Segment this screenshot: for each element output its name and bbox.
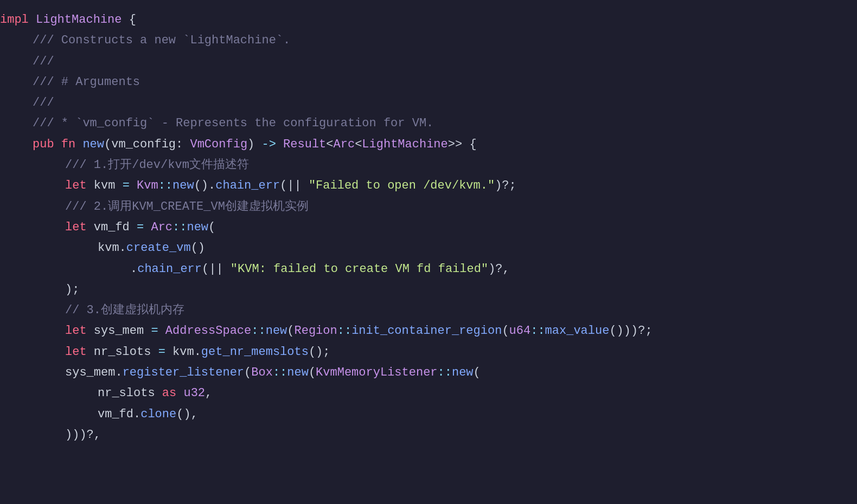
code-line: )))?, [0, 425, 857, 445]
code-token: , [205, 384, 212, 403]
code-token: = [123, 176, 130, 196]
code-line: /// 2.调用KVM_CREATE_VM创建虚拟机实例 [0, 197, 857, 217]
code-token: /// [33, 93, 54, 113]
code-token: (). [194, 176, 216, 196]
code-token: ( [287, 321, 294, 341]
code-token: u64 [509, 321, 531, 341]
code-line: /// Constructs a new `LightMachine`. [0, 30, 857, 51]
code-token: KvmMemoryListener [316, 363, 437, 383]
code-token: = [151, 321, 158, 341]
code-token: get_nr_memslots [201, 343, 309, 362]
code-token: -> [262, 135, 276, 154]
code-editor: impl LightMachine {/// Constructs a new … [0, 0, 857, 504]
code-token: chain_err [137, 260, 202, 279]
code-token: (|| [202, 260, 231, 279]
code-line: impl LightMachine { [0, 10, 857, 30]
code-token [176, 384, 183, 403]
code-token: ( [208, 218, 215, 237]
code-token: )))?, [65, 425, 101, 445]
code-token [158, 321, 165, 341]
code-token: ( [474, 363, 481, 383]
code-token: max_value [545, 321, 610, 341]
code-token [276, 135, 283, 154]
code-token: kvm. [165, 343, 201, 362]
code-line: /// [0, 93, 857, 113]
code-token: new [82, 135, 104, 154]
code-token: /// * `vm_config` - Represents the confi… [33, 114, 433, 133]
code-token: ( [309, 363, 316, 383]
code-token: fn [61, 135, 75, 154]
code-token: as [162, 384, 176, 403]
code-token: impl [0, 10, 29, 30]
code-token: :: [172, 218, 187, 237]
code-token: < [326, 135, 333, 154]
code-token: . [130, 260, 137, 279]
code-token: Arc [151, 218, 172, 237]
code-line: nr_slots as u32, [0, 383, 857, 404]
code-token: Arc [334, 135, 355, 154]
code-token: clone [140, 405, 176, 424]
code-token: )?, [488, 260, 510, 279]
code-token: "KVM: failed to create VM fd failed" [231, 260, 488, 279]
code-line: let vm_fd = Arc::new( [0, 217, 857, 238]
code-line: pub fn new(vm_config: VmConfig) -> Resul… [0, 134, 857, 155]
code-token: < [355, 135, 362, 154]
code-token: nr_slots [98, 384, 162, 403]
code-token: pub [33, 135, 54, 154]
code-token: nr_slots [87, 343, 158, 362]
code-token: let [65, 176, 87, 196]
code-token: : [176, 135, 190, 154]
code-token: Box [251, 363, 273, 383]
code-token: ); [65, 280, 79, 300]
code-line: /// # Arguments [0, 72, 857, 93]
code-token: Result [283, 135, 326, 154]
code-token: () [191, 238, 205, 258]
code-token [29, 10, 36, 30]
code-token: new [172, 176, 194, 196]
code-line: ); [0, 280, 857, 300]
code-token: kvm [87, 176, 123, 196]
code-line: vm_fd.clone(), [0, 404, 857, 425]
code-line: // 3.创建虚拟机内存 [0, 300, 857, 321]
code-token: let [65, 343, 87, 362]
code-line: /// 1.打开/dev/kvm文件描述符 [0, 155, 857, 176]
code-token [54, 135, 61, 154]
code-line: sys_mem.register_listener(Box::new(KvmMe… [0, 363, 857, 383]
code-token: (|| [280, 176, 309, 196]
code-token: ( [244, 363, 251, 383]
code-token: u32 [183, 384, 205, 403]
code-token: :: [530, 321, 545, 341]
code-token: AddressSpace [165, 321, 251, 341]
code-line: let kvm = Kvm::new().chain_err(|| "Faile… [0, 176, 857, 196]
code-token: new [187, 218, 208, 237]
code-token [130, 176, 137, 196]
code-token: :: [251, 321, 265, 341]
code-token: )?; [495, 176, 516, 196]
code-token [75, 135, 82, 154]
code-token: /// # Arguments [33, 73, 140, 92]
code-token: create_vm [126, 238, 191, 258]
code-token: /// Constructs a new `LightMachine`. [33, 31, 290, 50]
code-token: vm_config [111, 135, 176, 154]
code-token: (), [176, 405, 198, 424]
code-token: VmConfig [190, 135, 247, 154]
code-token: Region [295, 321, 337, 341]
code-token: new [287, 363, 309, 383]
code-token: ( [502, 321, 509, 341]
code-token: /// [33, 52, 54, 72]
code-token: :: [273, 363, 287, 383]
code-token: let [65, 218, 87, 237]
code-token: LightMachine [36, 10, 121, 30]
code-line: .chain_err(|| "KVM: failed to create VM … [0, 259, 857, 280]
code-token: (); [309, 343, 330, 362]
code-token: Kvm [137, 176, 158, 196]
code-token: = [137, 218, 144, 237]
code-token: sys_mem. [65, 363, 123, 383]
code-line: /// * `vm_config` - Represents the confi… [0, 113, 857, 134]
code-line: /// [0, 51, 857, 72]
code-token: { [121, 10, 136, 30]
code-token: = [158, 343, 165, 362]
code-token: let [65, 321, 87, 341]
code-line: let sys_mem = AddressSpace::new(Region::… [0, 321, 857, 341]
code-token: ()))?; [609, 321, 652, 341]
